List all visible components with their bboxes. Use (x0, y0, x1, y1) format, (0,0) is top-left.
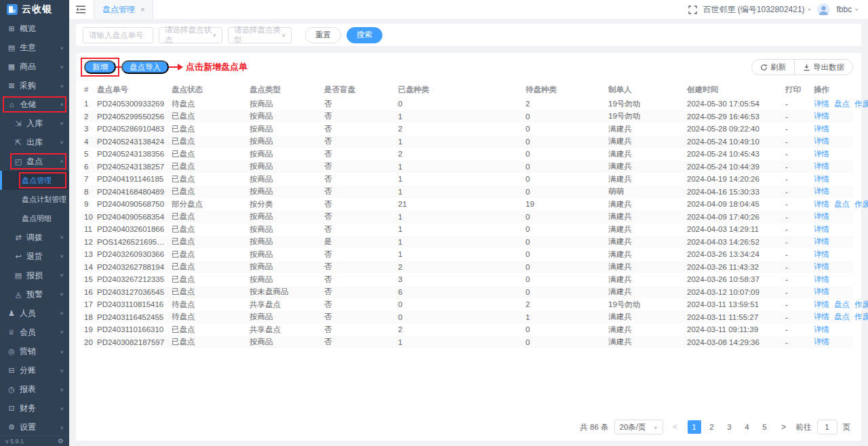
sidebar-item-staff[interactable]: ♟人员∨ (0, 304, 69, 323)
detail-link[interactable]: 详情 (814, 112, 829, 120)
count-link[interactable]: 盘点 (834, 312, 850, 321)
sidebar-item-purchase[interactable]: ⊠采购∨ (0, 76, 69, 95)
sidebar-item-marketing[interactable]: ◎营销∨ (0, 342, 69, 361)
cell-blind: 否 (324, 262, 398, 272)
detail-link[interactable]: 详情 (814, 275, 829, 283)
cell-creator: 满建兵 (608, 211, 687, 222)
reset-button[interactable]: 重置 (305, 27, 341, 43)
sidebar-item-member[interactable]: ♕会员∨ (0, 323, 69, 342)
sidebar-item-settings[interactable]: ⚙设置∨ (0, 418, 69, 437)
detail-link[interactable]: 详情 (814, 262, 829, 270)
detail-link[interactable]: 详情 (814, 225, 829, 233)
sidebar-item-transfer[interactable]: ⇄调拨∨ (0, 228, 69, 247)
detail-link[interactable]: 详情 (814, 200, 829, 208)
sidebar-item-inbound[interactable]: ⇲入库∨ (0, 114, 69, 133)
sidebar-item-damage[interactable]: ▤报损∨ (0, 266, 69, 285)
void-link[interactable]: 作废 (854, 300, 868, 308)
cell-type: 按商品 (250, 275, 324, 285)
cell-actions: 详情 (814, 224, 853, 235)
sidebar-item-goods[interactable]: ▦商品∨ (0, 57, 69, 76)
order-no-input[interactable] (89, 31, 147, 39)
void-link[interactable]: 作废 (854, 200, 868, 208)
fullscreen-icon[interactable] (688, 5, 697, 14)
detail-link[interactable]: 详情 (814, 312, 829, 321)
sidebar-item-split-account[interactable]: ⊟分账∨ (0, 361, 69, 380)
prev-page-button[interactable]: < (669, 420, 682, 434)
detail-link[interactable]: 详情 (814, 250, 829, 258)
refresh-button[interactable]: 刷新 (752, 60, 794, 75)
sidebar-item-returns[interactable]: ↩退货∨ (0, 247, 69, 266)
tab-label: 盘点管理 (102, 4, 135, 16)
cell-blind: 否 (324, 149, 398, 159)
sidebar-item-business[interactable]: ▤生意∨ (0, 38, 69, 57)
sidebar-item-stocktake-plan[interactable]: 盘点计划管理 (0, 190, 69, 209)
next-page-button[interactable]: > (777, 420, 791, 434)
detail-link[interactable]: 详情 (814, 175, 829, 183)
tab-stocktake-manage[interactable]: 盘点管理 × (94, 0, 153, 19)
void-link[interactable]: 作废 (854, 100, 868, 108)
detail-link[interactable]: 详情 (814, 125, 829, 133)
detail-link[interactable]: 详情 (814, 150, 829, 158)
tab-close-icon[interactable]: × (140, 5, 144, 14)
goto-page-input[interactable] (817, 420, 837, 434)
cell-print: - (785, 250, 814, 258)
sidebar-item-stocktake-manage[interactable]: 盘点管理 (0, 171, 69, 190)
add-button[interactable]: 新增 (84, 60, 116, 74)
detail-link[interactable]: 详情 (814, 162, 829, 170)
detail-link[interactable]: 详情 (814, 212, 829, 220)
sidebar-item-outbound[interactable]: ⇱出库∨ (0, 133, 69, 152)
count-link[interactable]: 盘点 (834, 300, 850, 308)
sidebar-item-warehouse[interactable]: ⌂仓储∧ (0, 95, 69, 114)
sidebar-item-overview[interactable]: ⊞概览 (0, 19, 69, 38)
detail-link[interactable]: 详情 (814, 300, 829, 308)
stocktake-table: #盘点单号盘点状态盘点类型是否盲盘已盘种类待盘种类制单人创建时间打印操作 1PD… (84, 81, 853, 348)
detail-link[interactable]: 详情 (814, 325, 829, 333)
column-header: 盘点状态 (172, 85, 250, 95)
report-icon: ◷ (7, 385, 16, 394)
import-button[interactable]: 盘点导入 (121, 60, 169, 74)
detail-link[interactable]: 详情 (814, 237, 829, 245)
sidebar-fold-icon[interactable] (76, 5, 85, 14)
page-number-button[interactable]: 2 (705, 420, 719, 434)
sidebar-item-stocktake-detail[interactable]: 盘点明细 (0, 209, 69, 228)
sidebar-item-stocktake[interactable]: ◰盘点∧ (0, 152, 69, 171)
cell-pending: 19 (526, 200, 608, 208)
page-number-button[interactable]: 5 (758, 420, 772, 434)
cell-created: 2024-05-24 10:45:43 (687, 150, 785, 158)
sidebar-item-label: 盘点明细 (22, 214, 52, 224)
user-menu[interactable]: fbbc ∨ (836, 5, 859, 14)
cell-no: 14 (84, 263, 97, 271)
cell-actions: 详情 (814, 287, 853, 297)
detail-link[interactable]: 详情 (814, 100, 829, 108)
detail-link[interactable]: 详情 (814, 287, 829, 296)
status-select[interactable]: 请选择盘点状态 ∨ (159, 27, 222, 43)
type-select[interactable]: 请选择盘点类型 ∨ (228, 27, 292, 43)
detail-link[interactable]: 详情 (814, 187, 829, 195)
page-number-button[interactable]: 1 (688, 420, 701, 434)
sidebar-item-label: 生意 (20, 42, 36, 54)
cell-type: 按商品 (250, 211, 324, 222)
page-size-select[interactable]: 20条/页 ∨ (614, 420, 663, 434)
sidebar-gear-icon[interactable]: ⚙ (58, 437, 64, 445)
table-card: 点击新增盘点单 新增 盘点导入 刷新 导出数据 (76, 53, 861, 441)
page-number-button[interactable]: 4 (741, 420, 754, 434)
sidebar-item-report[interactable]: ◷报表∨ (0, 380, 69, 399)
search-button[interactable]: 搜索 (347, 27, 382, 43)
cell-blind: 是 (324, 237, 398, 247)
count-link[interactable]: 盘点 (834, 200, 850, 208)
sidebar-item-alert[interactable]: ◬预警∨ (0, 285, 69, 304)
page-number-button[interactable]: 3 (723, 420, 736, 434)
count-link[interactable]: 盘点 (834, 100, 850, 108)
cell-type: 按商品 (250, 161, 324, 171)
store-switcher[interactable]: 百世邻里 (编号1032802421) ∨ (703, 4, 812, 16)
detail-link[interactable]: 详情 (814, 137, 829, 145)
detail-link[interactable]: 详情 (814, 338, 829, 346)
cell-status: 已盘点 (172, 111, 250, 121)
avatar[interactable] (817, 3, 830, 16)
cell-actions: 详情 (814, 325, 853, 335)
cell-pending: 0 (526, 163, 608, 171)
table-row: 1PD2405300933269待盘点按商品否0219号勿动2024-05-30… (84, 98, 853, 110)
sidebar-item-finance[interactable]: ⊡财务∨ (0, 399, 69, 418)
export-button[interactable]: 导出数据 (794, 60, 852, 75)
void-link[interactable]: 作废 (854, 312, 868, 321)
